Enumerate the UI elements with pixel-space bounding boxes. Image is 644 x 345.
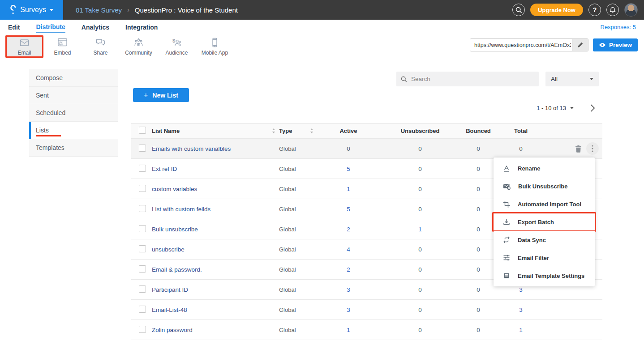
toolbar-item-embed[interactable]: Embed [43, 35, 82, 58]
sidebar-item-compose[interactable]: Compose [29, 69, 118, 87]
unsubscribed-count[interactable]: 1 [418, 226, 422, 233]
toolbar-item-community[interactable]: Community [120, 35, 158, 58]
total-count[interactable]: 1 [519, 327, 523, 333]
tab-edit[interactable]: Edit [8, 21, 20, 33]
row-checkbox[interactable] [139, 285, 146, 293]
row-menu-button[interactable] [586, 142, 599, 155]
list-type: Global [279, 266, 296, 273]
menu-item-export-batch[interactable]: Export Batch [494, 213, 595, 231]
active-count[interactable]: 1 [347, 327, 350, 333]
tab-distribute[interactable]: Distribute [36, 21, 65, 33]
menu-item-label: Email Template Settings [518, 273, 584, 279]
user-avatar[interactable] [624, 3, 638, 17]
responses-count[interactable]: Responses: 5 [601, 24, 636, 30]
select-all-checkbox[interactable] [139, 127, 146, 134]
search-icon [401, 76, 407, 82]
list-name-link[interactable]: Zolin password [152, 327, 193, 333]
upgrade-now-button[interactable]: Upgrade Now [530, 4, 583, 16]
breadcrumb-survey-link[interactable]: 01 Take Survey [76, 6, 122, 14]
search-button[interactable] [512, 4, 525, 16]
list-name-link[interactable]: Email & password. [152, 266, 202, 273]
bounced-count: 0 [477, 186, 480, 192]
row-checkbox[interactable] [139, 145, 146, 152]
survey-url-input[interactable] [470, 39, 572, 51]
list-name-link[interactable]: Emails with custom varialbles [152, 145, 231, 152]
active-count[interactable]: 4 [347, 246, 350, 253]
column-header-list-name[interactable]: List Name [152, 128, 180, 134]
sort-icon[interactable] [272, 128, 275, 133]
toolbar-item-mobile-app[interactable]: Mobile App [196, 35, 234, 58]
menu-item-bulk-unsubscribe[interactable]: Bulk Unsubscribe [494, 177, 595, 195]
list-name-link[interactable]: Bulk unsubscribe [152, 226, 198, 233]
pagination-next-button[interactable] [590, 104, 595, 112]
toolbar-item-email[interactable]: Email [5, 35, 43, 58]
list-row-context-menu: Rename Bulk Unsubscribe Automated Import… [494, 158, 595, 286]
total-count[interactable]: 3 [519, 307, 523, 313]
active-count[interactable]: 3 [347, 307, 350, 313]
toolbar-item-label: Community [125, 50, 152, 56]
sidebar-item-scheduled[interactable]: Scheduled [29, 104, 118, 122]
row-checkbox[interactable] [139, 245, 146, 252]
active-count[interactable]: 5 [347, 206, 350, 213]
menu-item-email-template-settings[interactable]: Email Template Settings [494, 267, 595, 285]
active-count[interactable]: 2 [347, 266, 350, 273]
surveys-menu[interactable]: Surveys [0, 0, 63, 20]
list-search-input[interactable] [411, 76, 534, 82]
pagination-range-dropdown[interactable]: 1 - 10 of 13 [537, 105, 574, 111]
list-name-link[interactable]: List with custom feilds [152, 206, 210, 213]
row-checkbox[interactable] [139, 205, 146, 212]
sidebar-item-lists[interactable]: Lists [29, 122, 118, 139]
list-type: Global [279, 307, 296, 313]
preview-button[interactable]: Preview [593, 38, 638, 51]
new-list-button[interactable]: + New List [133, 88, 189, 102]
active-count[interactable]: 5 [347, 166, 350, 172]
list-name-link[interactable]: custom variables [152, 186, 197, 192]
list-name-link[interactable]: unsubscribe [152, 246, 185, 253]
sidebar-item-templates[interactable]: Templates [29, 139, 118, 157]
tab-analytics[interactable]: Analytics [82, 21, 109, 33]
list-name-link[interactable]: Ext ref ID [152, 166, 177, 172]
list-name-link[interactable]: Email-List-48 [152, 307, 187, 313]
active-count[interactable]: 2 [347, 226, 350, 233]
menu-item-rename[interactable]: Rename [494, 159, 595, 177]
toolbar-item-share[interactable]: Share [82, 35, 120, 58]
active-count[interactable]: 1 [347, 186, 350, 192]
tab-integration[interactable]: Integration [125, 21, 158, 33]
active-count[interactable]: 3 [347, 286, 350, 293]
help-button[interactable]: ? [588, 4, 601, 16]
column-header-active[interactable]: Active [317, 128, 380, 134]
row-checkbox[interactable] [139, 265, 146, 273]
row-checkbox[interactable] [139, 185, 146, 192]
row-checkbox[interactable] [139, 306, 146, 313]
notifications-button[interactable] [606, 4, 619, 16]
list-type: Global [279, 226, 296, 233]
row-checkbox[interactable] [139, 165, 146, 172]
sort-icon[interactable] [310, 128, 313, 133]
row-checkbox[interactable] [139, 326, 146, 333]
toolbar-item-audience[interactable]: $ Audience [158, 35, 196, 58]
questionpro-logo-icon [10, 5, 17, 15]
total-count: 0 [519, 145, 523, 152]
menu-item-automated-import-tool[interactable]: Automated Import Tool [494, 195, 595, 213]
unsubscribed-count: 0 [418, 286, 422, 293]
menu-item-email-filter[interactable]: Email Filter [494, 249, 595, 267]
svg-text:$: $ [172, 38, 175, 43]
row-checkbox[interactable] [139, 225, 146, 232]
bounced-count: 0 [477, 226, 480, 233]
column-header-type[interactable]: Type [279, 128, 292, 134]
edit-url-button[interactable] [572, 39, 588, 51]
column-header-total[interactable]: Total [496, 128, 545, 134]
menu-item-label: Bulk Unsubscribe [518, 183, 568, 190]
list-name-link[interactable]: Participant ID [152, 286, 188, 293]
total-count[interactable]: 3 [519, 286, 523, 293]
community-icon [133, 37, 144, 48]
unsubscribed-count: 0 [418, 145, 422, 152]
delete-list-button[interactable] [575, 145, 582, 153]
sidebar-item-sent[interactable]: Sent [29, 87, 118, 104]
column-header-bounced[interactable]: Bounced [460, 128, 496, 134]
menu-item-data-sync[interactable]: Data Sync [494, 231, 595, 249]
column-header-unsubscribed[interactable]: Unsubscribed [380, 128, 460, 134]
search-icon [515, 7, 522, 13]
list-filter-dropdown[interactable]: All [545, 72, 599, 86]
unsubscribed-count: 0 [418, 266, 422, 273]
